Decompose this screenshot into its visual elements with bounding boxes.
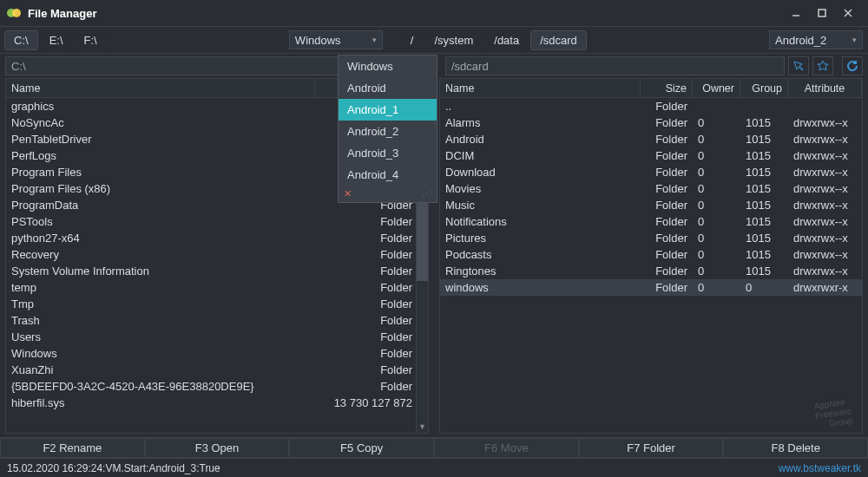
file-attr: drwxrwx--x xyxy=(788,116,862,129)
file-size: Folder xyxy=(315,363,428,376)
table-row[interactable]: WindowsFolder xyxy=(6,345,428,362)
dropdown-item[interactable]: Windows xyxy=(339,56,437,77)
file-name: System Volume Information xyxy=(6,265,315,278)
file-attr: drwxrwx--x xyxy=(788,149,862,162)
table-row[interactable]: ..Folder xyxy=(440,98,862,114)
fn-button[interactable]: F8 Delete xyxy=(723,438,868,458)
dropdown-item[interactable]: Android_1 xyxy=(339,99,437,121)
table-row[interactable]: PSToolsFolder xyxy=(6,213,428,230)
file-size: Folder xyxy=(315,330,428,343)
file-name: Windows xyxy=(6,347,315,360)
file-owner: 0 xyxy=(693,133,740,146)
left-mode-selector[interactable]: Windows ▾ xyxy=(289,30,383,49)
minimize-button[interactable] xyxy=(783,1,809,25)
file-name: Recovery xyxy=(6,248,315,261)
file-name: graphics xyxy=(6,100,315,113)
drive-tab[interactable]: F:\ xyxy=(76,31,106,49)
file-attr: drwxrwx--x xyxy=(788,182,862,195)
table-row[interactable]: MusicFolder01015drwxrwx--x xyxy=(440,197,862,213)
table-row[interactable]: UsersFolder xyxy=(6,329,428,345)
file-size: 13 730 127 872 xyxy=(315,396,428,409)
resize-grip-icon[interactable]: ⋰ xyxy=(422,188,431,199)
fn-button[interactable]: F3 Open xyxy=(145,438,290,458)
chevron-down-icon: ▾ xyxy=(852,36,857,44)
close-button[interactable] xyxy=(835,1,861,25)
file-size: Folder xyxy=(315,314,428,327)
file-size: Folder xyxy=(641,281,693,294)
breadcrumb-tab[interactable]: /system xyxy=(425,31,482,49)
breadcrumb-tab[interactable]: /data xyxy=(485,31,528,49)
table-row[interactable]: DCIMFolder01015drwxrwx--x xyxy=(440,147,862,164)
file-name: NoSyncAc xyxy=(6,116,315,129)
right-col-size[interactable]: Size xyxy=(641,79,693,97)
table-row[interactable]: hiberfil.sys13 730 127 872 xyxy=(6,395,428,411)
panes-container: Name Size graphicsNoSyncAcPenTabletDrive… xyxy=(0,78,868,437)
dropdown-item[interactable]: Android xyxy=(339,77,437,99)
file-name: windows xyxy=(440,281,641,294)
file-name: Android xyxy=(440,133,641,146)
left-col-name[interactable]: Name xyxy=(6,79,315,97)
right-file-list[interactable]: ..FolderAlarmsFolder01015drwxrwx--xAndro… xyxy=(440,98,862,433)
table-row[interactable]: RecoveryFolder xyxy=(6,246,428,263)
select-cursor-icon[interactable] xyxy=(788,56,809,75)
right-col-name[interactable]: Name xyxy=(440,79,641,97)
table-row[interactable]: System Volume InformationFolder xyxy=(6,263,428,279)
table-row[interactable]: AlarmsFolder01015drwxrwx--x xyxy=(440,114,862,131)
table-row[interactable]: TmpFolder xyxy=(6,296,428,312)
table-row[interactable]: python27-x64Folder xyxy=(6,230,428,246)
file-size: Folder xyxy=(641,133,693,146)
table-row[interactable]: PodcastsFolder01015drwxrwx--x xyxy=(440,246,862,263)
refresh-icon[interactable] xyxy=(842,56,863,75)
table-row[interactable]: MoviesFolder01015drwxrwx--x xyxy=(440,180,862,197)
fn-button: F6 Move xyxy=(434,438,579,458)
file-size: Folder xyxy=(641,116,693,129)
table-row[interactable]: AndroidFolder01015drwxrwx--x xyxy=(440,131,862,147)
table-row[interactable]: {5BDEEFD0-3A2C-4520-A43E-96E38820DE9E}Fo… xyxy=(6,378,428,395)
file-owner: 0 xyxy=(693,265,740,278)
maximize-button[interactable] xyxy=(809,1,835,25)
drive-tab[interactable]: E:\ xyxy=(41,31,72,49)
right-col-group[interactable]: Group xyxy=(740,79,788,97)
file-name: Pictures xyxy=(440,232,641,245)
table-row[interactable]: DownloadFolder01015drwxrwx--x xyxy=(440,164,862,180)
file-name: {5BDEEFD0-3A2C-4520-A43E-96E38820DE9E} xyxy=(6,380,315,393)
file-attr: drwxrwx--x xyxy=(788,133,862,146)
fn-button[interactable]: F5 Copy xyxy=(289,438,434,458)
dropdown-item[interactable]: Android_3 xyxy=(339,142,437,164)
fn-button[interactable]: F7 Folder xyxy=(579,438,724,458)
fn-button[interactable]: F2 Rename xyxy=(0,438,145,458)
table-row[interactable]: tempFolder xyxy=(6,279,428,296)
right-col-owner[interactable]: Owner xyxy=(693,79,740,97)
file-size: Folder xyxy=(641,100,693,113)
file-size: Folder xyxy=(315,265,428,278)
file-size: Folder xyxy=(315,281,428,294)
file-attr: drwxrwx--x xyxy=(788,265,862,278)
right-col-attr[interactable]: Attribute xyxy=(788,79,862,97)
file-group: 1015 xyxy=(740,166,788,179)
table-row[interactable]: XuanZhiFolder xyxy=(6,362,428,378)
svg-rect-3 xyxy=(819,10,825,16)
dropdown-item[interactable]: Android_2 xyxy=(339,121,437,142)
close-icon[interactable]: ✕ xyxy=(344,188,352,199)
table-row[interactable]: RingtonesFolder01015drwxrwx--x xyxy=(440,263,862,279)
file-size: Folder xyxy=(641,166,693,179)
dropdown-close-row[interactable]: ✕⋰ xyxy=(339,186,437,202)
status-link[interactable]: www.bstweaker.tk xyxy=(779,462,861,474)
dropdown-item[interactable]: Android_4 xyxy=(339,164,437,186)
table-row[interactable]: TrashFolder xyxy=(6,312,428,329)
breadcrumb-tab[interactable]: /sdcard xyxy=(531,31,586,49)
right-mode-selector[interactable]: Android_2 ▾ xyxy=(769,30,863,49)
table-row[interactable]: windowsFolder00drwxrwxr-x xyxy=(440,279,862,296)
table-row[interactable]: NotificationsFolder01015drwxrwx--x xyxy=(440,213,862,230)
file-name: temp xyxy=(6,281,315,294)
drive-tab[interactable]: C:\ xyxy=(5,31,37,49)
table-row[interactable]: PicturesFolder01015drwxrwx--x xyxy=(440,230,862,246)
file-name: PenTabletDriver xyxy=(6,133,315,146)
mode-dropdown-popup[interactable]: WindowsAndroidAndroid_1Android_2Android_… xyxy=(338,55,437,203)
file-size: Folder xyxy=(641,265,693,278)
file-owner: 0 xyxy=(693,149,740,162)
file-attr: drwxrwx--x xyxy=(788,215,862,228)
favorite-icon[interactable] xyxy=(812,56,833,75)
right-path-input[interactable]: /sdcard xyxy=(445,56,785,75)
breadcrumb-tab[interactable]: / xyxy=(402,31,423,49)
